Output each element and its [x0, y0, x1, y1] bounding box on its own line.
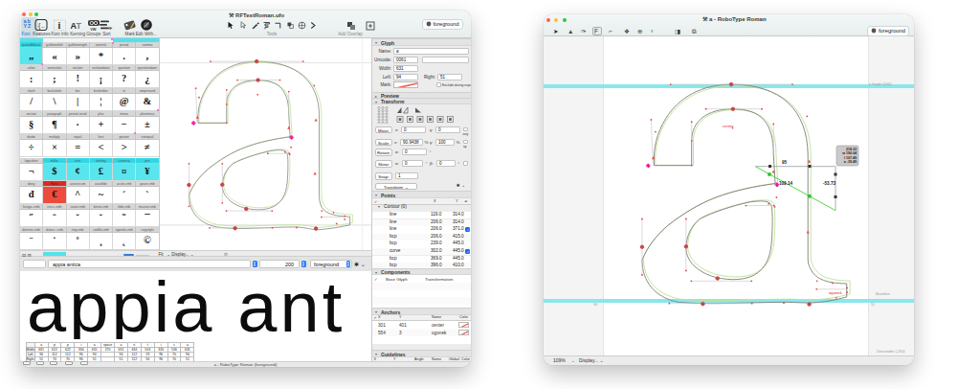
svg-text:VW: VW	[90, 26, 97, 31]
svg-text:i: i	[57, 19, 60, 30]
svg-text:T: T	[77, 20, 82, 30]
svg-text:_: _	[41, 22, 45, 28]
